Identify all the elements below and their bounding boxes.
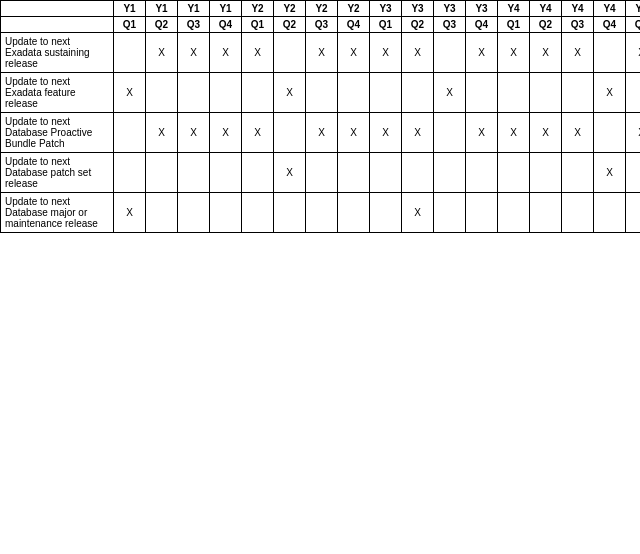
year-cell: Y3: [402, 1, 434, 17]
data-cell: X: [274, 73, 306, 113]
data-cell: [402, 153, 434, 193]
data-cell: [626, 73, 641, 113]
data-cell: [114, 33, 146, 73]
action-cell: Update to next Database Proactive Bundle…: [1, 113, 114, 153]
data-cell: X: [562, 113, 594, 153]
data-cell: [594, 113, 626, 153]
data-cell: X: [562, 33, 594, 73]
year-cell: Y4: [562, 1, 594, 17]
schedule-table: Y1Y1Y1Y1Y2Y2Y2Y2Y3Y3Y3Y3Y4Y4Y4Y4Y5 Q1Q2Q…: [0, 0, 640, 233]
data-cell: [530, 193, 562, 233]
data-cell: [210, 73, 242, 113]
data-cell: [626, 153, 641, 193]
data-cell: X: [530, 33, 562, 73]
quarter-cell: Q4: [338, 17, 370, 33]
data-cell: [146, 153, 178, 193]
quarter-cell: Q1: [114, 17, 146, 33]
year-cell: Y4: [498, 1, 530, 17]
data-cell: [242, 73, 274, 113]
action-label: [1, 17, 114, 33]
data-cell: X: [498, 33, 530, 73]
data-cell: [146, 73, 178, 113]
action-cell: Update to next Database patch set releas…: [1, 153, 114, 193]
quarter-cell: Q3: [434, 17, 466, 33]
year-cell: Y4: [530, 1, 562, 17]
data-cell: X: [530, 113, 562, 153]
data-cell: X: [178, 113, 210, 153]
data-cell: [466, 73, 498, 113]
data-cell: X: [370, 33, 402, 73]
data-cell: [594, 193, 626, 233]
data-cell: [242, 153, 274, 193]
data-cell: [530, 153, 562, 193]
quarter-cell: Q1: [370, 17, 402, 33]
data-cell: [338, 153, 370, 193]
data-cell: X: [306, 113, 338, 153]
year-cell: Y1: [178, 1, 210, 17]
data-cell: [594, 33, 626, 73]
table-body: Update to next Exadata sustaining releas…: [1, 33, 641, 233]
quarter-cell: Q2: [274, 17, 306, 33]
data-cell: X: [626, 113, 641, 153]
quarter-header-row: Q1Q2Q3Q4Q1Q2Q3Q4Q1Q2Q3Q4Q1Q2Q3Q4Q1: [1, 17, 641, 33]
year-cell: Y2: [242, 1, 274, 17]
data-cell: X: [274, 153, 306, 193]
year-cell: Y1: [210, 1, 242, 17]
data-cell: [434, 33, 466, 73]
year-cell: Y3: [370, 1, 402, 17]
data-cell: X: [114, 193, 146, 233]
table-row: Update to next Database patch set releas…: [1, 153, 641, 193]
data-cell: [626, 193, 641, 233]
quarter-cell: Q1: [498, 17, 530, 33]
year-cell: Y2: [306, 1, 338, 17]
quarter-cell: Q1: [242, 17, 274, 33]
data-cell: [498, 193, 530, 233]
data-cell: X: [594, 153, 626, 193]
data-cell: [434, 193, 466, 233]
data-cell: [466, 193, 498, 233]
table-row: Update to next Database Proactive Bundle…: [1, 113, 641, 153]
data-cell: [178, 73, 210, 113]
year-cell: Y1: [114, 1, 146, 17]
data-cell: [210, 193, 242, 233]
data-cell: [370, 193, 402, 233]
table-row: Update to next Exadata sustaining releas…: [1, 33, 641, 73]
data-cell: X: [466, 33, 498, 73]
year-cell: Y3: [434, 1, 466, 17]
data-cell: [274, 33, 306, 73]
data-cell: X: [210, 113, 242, 153]
data-cell: [370, 153, 402, 193]
data-cell: [498, 153, 530, 193]
year-cell: Y1: [146, 1, 178, 17]
data-cell: [114, 153, 146, 193]
data-cell: [562, 153, 594, 193]
table-row: Update to next Exadata feature releaseXX…: [1, 73, 641, 113]
data-cell: [530, 73, 562, 113]
data-cell: X: [338, 113, 370, 153]
data-cell: X: [114, 73, 146, 113]
data-cell: [562, 193, 594, 233]
data-cell: X: [338, 33, 370, 73]
main-table-container: Y1Y1Y1Y1Y2Y2Y2Y2Y3Y3Y3Y3Y4Y4Y4Y4Y5 Q1Q2Q…: [0, 0, 640, 233]
data-cell: [242, 193, 274, 233]
quarter-cell: Q3: [178, 17, 210, 33]
quarter-cell: Q2: [402, 17, 434, 33]
action-col-header: [1, 1, 114, 17]
quarter-cell: Q3: [306, 17, 338, 33]
year-cell: Y2: [274, 1, 306, 17]
data-cell: [338, 73, 370, 113]
data-cell: X: [210, 33, 242, 73]
data-cell: X: [306, 33, 338, 73]
data-cell: [306, 73, 338, 113]
data-cell: X: [370, 113, 402, 153]
data-cell: [178, 153, 210, 193]
data-cell: [210, 153, 242, 193]
data-cell: [434, 113, 466, 153]
data-cell: X: [466, 113, 498, 153]
table-row: Update to next Database major or mainten…: [1, 193, 641, 233]
data-cell: [402, 73, 434, 113]
data-cell: X: [402, 33, 434, 73]
data-cell: X: [626, 33, 641, 73]
quarter-cell: Q4: [594, 17, 626, 33]
data-cell: X: [402, 113, 434, 153]
